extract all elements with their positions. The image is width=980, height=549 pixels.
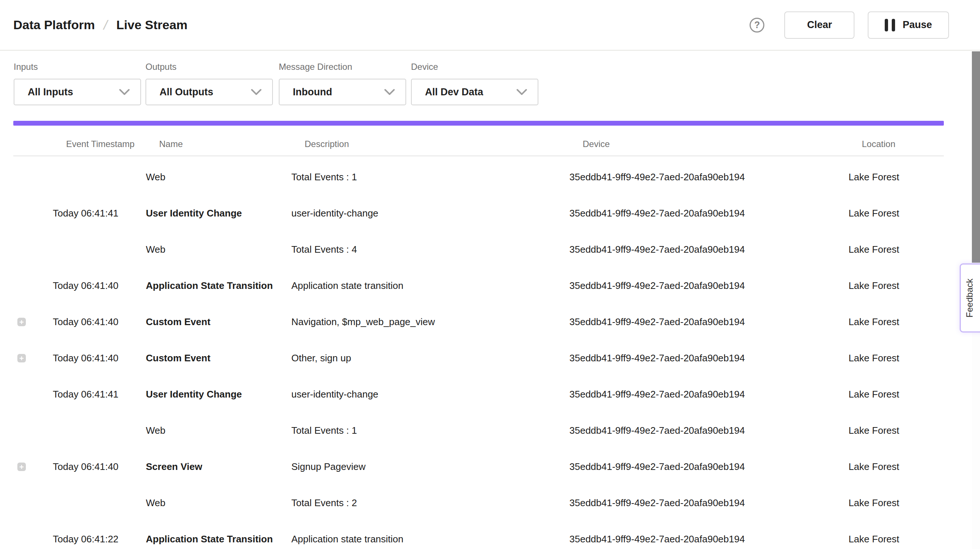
filter-outputs-select[interactable]: All Outputs xyxy=(145,79,273,105)
cell-description: Application state transition xyxy=(291,521,565,549)
pause-button[interactable]: Pause xyxy=(868,11,949,39)
table-header: Event Timestamp Name Description Device … xyxy=(13,132,944,156)
table-body: + Web Total Events : 1 35eddb41-9ff9-49e… xyxy=(0,159,980,549)
column-header-description: Description xyxy=(305,132,579,156)
cell-device: 35eddb41-9ff9-49e2-7aed-20afa90eb194 xyxy=(570,376,845,412)
cell-description: Total Events : 1 xyxy=(291,159,565,195)
feedback-tab[interactable]: Feedback xyxy=(960,263,980,332)
filter-device-select[interactable]: All Dev Data xyxy=(411,79,538,105)
cell-event-timestamp: Today 06:41:40 xyxy=(53,268,142,304)
table-row[interactable]: + Web Total Events : 4 35eddb41-9ff9-49e… xyxy=(0,231,980,268)
filter-message-direction-label: Message Direction xyxy=(279,62,406,72)
page-title: Live Stream xyxy=(116,18,188,32)
filter-message-direction-select[interactable]: Inbound xyxy=(279,79,406,105)
table-row[interactable]: + Today 06:41:40 Application State Trans… xyxy=(0,268,980,304)
cell-description: Total Events : 4 xyxy=(291,231,565,268)
cell-device: 35eddb41-9ff9-49e2-7aed-20afa90eb194 xyxy=(570,448,845,485)
table-row[interactable]: + Today 06:41:41 User Identity Change us… xyxy=(0,376,980,412)
breadcrumb: Data Platform / Live Stream xyxy=(13,0,188,50)
chevron-down-icon xyxy=(119,89,130,95)
breadcrumb-section[interactable]: Data Platform xyxy=(13,18,95,32)
cell-device: 35eddb41-9ff9-49e2-7aed-20afa90eb194 xyxy=(570,268,845,304)
cell-device: 35eddb41-9ff9-49e2-7aed-20afa90eb194 xyxy=(570,485,845,521)
help-icon[interactable]: ? xyxy=(749,18,764,32)
filter-inputs-select[interactable]: All Inputs xyxy=(14,79,141,105)
expand-row-icon[interactable]: + xyxy=(18,318,26,326)
cell-name: Custom Event xyxy=(146,340,288,376)
scrollbar-thumb[interactable] xyxy=(972,51,980,263)
cell-device: 35eddb41-9ff9-49e2-7aed-20afa90eb194 xyxy=(570,159,845,195)
cell-location: Lake Forest xyxy=(848,521,945,549)
breadcrumb-separator-icon: / xyxy=(102,18,109,33)
cell-event-timestamp xyxy=(53,485,142,521)
cell-description: user-identity-change xyxy=(291,376,565,412)
column-header-event-timestamp: Event Timestamp xyxy=(66,132,155,156)
cell-description: user-identity-change xyxy=(291,195,565,231)
cell-event-timestamp: Today 06:41:22 xyxy=(53,521,142,549)
cell-location: Lake Forest xyxy=(848,448,945,485)
feedback-tab-label: Feedback xyxy=(964,279,975,318)
filter-outputs-label: Outputs xyxy=(145,62,273,72)
table-row[interactable]: + Today 06:41:41 User Identity Change us… xyxy=(0,195,980,231)
top-bar: Data Platform / Live Stream ? Clear Paus… xyxy=(0,0,980,51)
chevron-down-icon xyxy=(251,89,262,95)
chevron-down-icon xyxy=(516,89,527,95)
live-stream-page: Data Platform / Live Stream ? Clear Paus… xyxy=(0,0,980,549)
cell-location: Lake Forest xyxy=(848,231,945,268)
pause-button-label: Pause xyxy=(902,19,932,31)
chevron-down-icon xyxy=(384,89,395,95)
table-row[interactable]: + Today 06:41:40 Custom Event Navigation… xyxy=(0,304,980,340)
cell-location: Lake Forest xyxy=(848,485,945,521)
expand-row-icon[interactable]: + xyxy=(18,463,26,471)
clear-button-label: Clear xyxy=(807,19,832,31)
table-row[interactable]: + Web Total Events : 2 35eddb41-9ff9-49e… xyxy=(0,485,980,521)
table-row[interactable]: + Today 06:41:40 Screen View Signup Page… xyxy=(0,448,980,485)
cell-location: Lake Forest xyxy=(848,340,945,376)
filter-outputs-value: All Outputs xyxy=(159,86,213,98)
clear-button[interactable]: Clear xyxy=(784,11,854,39)
cell-location: Lake Forest xyxy=(848,304,945,340)
cell-name: Web xyxy=(146,159,288,195)
table-row[interactable]: + Today 06:41:22 Application State Trans… xyxy=(0,521,980,549)
cell-event-timestamp: Today 06:41:41 xyxy=(53,376,142,412)
cell-device: 35eddb41-9ff9-49e2-7aed-20afa90eb194 xyxy=(570,521,845,549)
table-row[interactable]: + Web Total Events : 1 35eddb41-9ff9-49e… xyxy=(0,159,980,195)
cell-description: Signup Pageview xyxy=(291,448,565,485)
cell-event-timestamp: Today 06:41:41 xyxy=(53,195,142,231)
cell-device: 35eddb41-9ff9-49e2-7aed-20afa90eb194 xyxy=(570,340,845,376)
pause-icon xyxy=(885,19,895,31)
filter-device-label: Device xyxy=(411,62,538,72)
filter-bar: Inputs All Inputs Outputs All Outputs Me… xyxy=(0,51,980,120)
cell-name: Application State Transition xyxy=(146,521,288,549)
cell-location: Lake Forest xyxy=(848,412,945,448)
cell-device: 35eddb41-9ff9-49e2-7aed-20afa90eb194 xyxy=(570,195,845,231)
cell-description: Total Events : 1 xyxy=(291,412,565,448)
cell-device: 35eddb41-9ff9-49e2-7aed-20afa90eb194 xyxy=(570,304,845,340)
cell-location: Lake Forest xyxy=(848,195,945,231)
top-bar-actions: ? Clear Pause xyxy=(749,0,949,50)
cell-event-timestamp xyxy=(53,412,142,448)
cell-location: Lake Forest xyxy=(848,376,945,412)
cell-location: Lake Forest xyxy=(848,159,945,195)
column-header-location: Location xyxy=(862,132,958,156)
cell-device: 35eddb41-9ff9-49e2-7aed-20afa90eb194 xyxy=(570,231,845,268)
cell-name: Web xyxy=(146,231,288,268)
cell-device: 35eddb41-9ff9-49e2-7aed-20afa90eb194 xyxy=(570,412,845,448)
cell-name: Custom Event xyxy=(146,304,288,340)
cell-description: Other, sign up xyxy=(291,340,565,376)
filter-inputs-value: All Inputs xyxy=(28,86,73,98)
cell-event-timestamp xyxy=(53,231,142,268)
filter-outputs: Outputs All Outputs xyxy=(145,51,273,105)
stream-progress-bar xyxy=(13,121,944,126)
cell-event-timestamp: Today 06:41:40 xyxy=(53,340,142,376)
cell-event-timestamp: Today 06:41:40 xyxy=(53,448,142,485)
table-row[interactable]: + Web Total Events : 1 35eddb41-9ff9-49e… xyxy=(0,412,980,448)
filter-device: Device All Dev Data xyxy=(411,51,538,105)
cell-name: User Identity Change xyxy=(146,195,288,231)
cell-event-timestamp: Today 06:41:40 xyxy=(53,304,142,340)
cell-location: Lake Forest xyxy=(848,268,945,304)
table-row[interactable]: + Today 06:41:40 Custom Event Other, sig… xyxy=(0,340,980,376)
expand-row-icon[interactable]: + xyxy=(18,354,26,362)
column-header-name: Name xyxy=(159,132,301,156)
cell-description: Application state transition xyxy=(291,268,565,304)
